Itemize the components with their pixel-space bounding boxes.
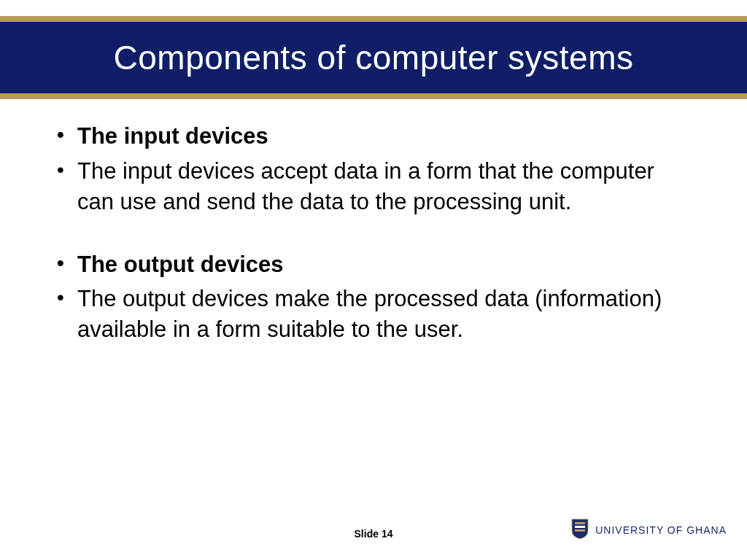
university-logo: UNIVERSITY OF GHANA [570,518,727,542]
bullet-output-body: The output devices make the processed da… [51,284,696,345]
bullet-input-heading: The input devices [51,121,696,152]
bullet-output-heading: The output devices [51,249,696,280]
bullet-list: The input devices The input devices acce… [51,121,696,345]
shield-icon [570,518,589,542]
bullet-input-body: The input devices accept data in a form … [51,156,696,217]
slide-title: Components of computer systems [29,38,718,77]
slide-number: Slide 14 [355,528,393,540]
university-name: UNIVERSITY OF GHANA [595,524,727,536]
svg-rect-0 [575,522,585,524]
title-bar: Components of computer systems [0,16,747,99]
svg-rect-1 [575,526,585,528]
svg-rect-2 [575,529,585,532]
slide-content: The input devices The input devices acce… [0,99,747,345]
